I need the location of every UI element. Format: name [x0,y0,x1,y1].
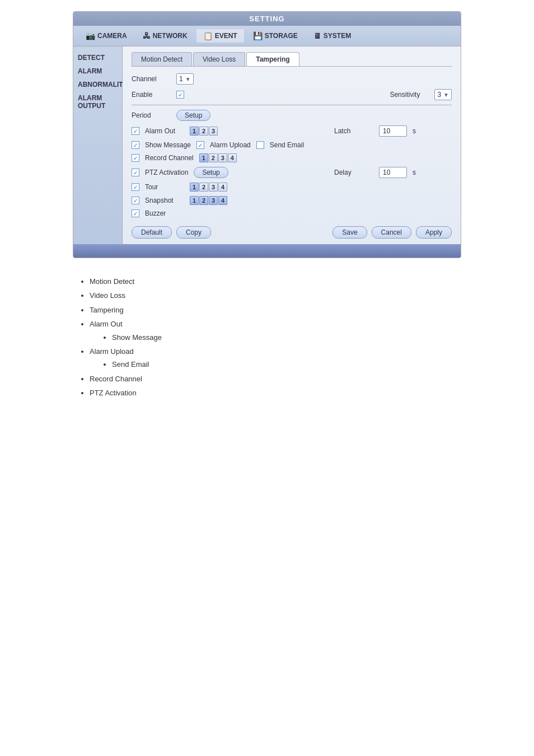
sidenav-abnormality[interactable]: ABNORMALITY [73,78,122,91]
nav-event[interactable]: 📋 EVENT [196,29,244,43]
bullet-alarm-upload: Alarm Upload Send Email [90,345,461,371]
nav-system-label: SYSTEM [324,32,351,40]
alarm-out-checkbox[interactable] [132,127,139,135]
tour-ch-3[interactable]: 3 [209,183,218,192]
apply-button[interactable]: Apply [416,226,452,239]
nav-network[interactable]: 🖧 NETWORK [136,29,194,43]
buzzer-row: Buzzer [132,209,452,217]
sensitivity-select[interactable]: 3 ▼ [434,89,452,100]
alarm-out-row: Alarm Out 1 2 3 Latch 10 s [132,125,452,137]
sidenav-alarm[interactable]: ALARM [73,64,122,78]
ptz-checkbox[interactable] [132,169,139,176]
delay-value: 10 [383,169,390,176]
bullet-record-channel: Record Channel [90,372,461,385]
sidenav-alarm-output[interactable]: ALARM OUTPUT [73,91,122,113]
send-email-checkbox[interactable] [256,141,264,149]
sidenav-alarm-output-label: ALARM OUTPUT [78,94,105,110]
sub-tabs: Motion Detect Video Loss Tampering [132,52,452,67]
camera-icon: 📷 [86,31,95,40]
main-content: Motion Detect Video Loss Tampering Chann… [123,46,461,244]
tab-tampering[interactable]: Tampering [246,52,299,66]
default-button[interactable]: Default [132,226,172,239]
tour-checkbox[interactable] [132,183,139,191]
channel-dropdown-arrow: ▼ [185,76,191,82]
enable-label: Enable [132,91,171,99]
tab-video-loss[interactable]: Video Loss [193,52,245,66]
rec-ch-3[interactable]: 3 [218,153,227,162]
ptz-label: PTZ Activation [145,169,188,176]
enable-sensitivity-row: Enable Sensitivity 3 ▼ [132,89,452,100]
ptz-setup-btn[interactable]: Setup [194,167,228,178]
enable-checkbox[interactable] [176,91,184,99]
alarm-ch-3[interactable]: 3 [209,127,218,136]
latch-unit: s [413,127,452,135]
system-icon: 🖥 [313,31,321,40]
content-area: DETECT ALARM ABNORMALITY ALARM OUTPUT Mo… [73,46,461,244]
rec-ch-2[interactable]: 2 [209,153,218,162]
record-channels: 1 2 3 4 [199,153,237,162]
sidenav-alarm-label: ALARM [78,67,102,75]
settings-title-bar: SETTING [73,12,461,26]
sensitivity-value: 3 [437,91,441,99]
sidenav-detect-label: DETECT [78,54,105,62]
snap-ch-3[interactable]: 3 [209,196,218,205]
delay-input[interactable]: 10 [379,167,407,178]
sidenav-detect[interactable]: DETECT [73,51,122,64]
nav-network-label: NETWORK [153,32,188,40]
copy-button[interactable]: Copy [176,226,211,239]
alarm-upload-label: Alarm Upload [210,141,251,149]
bullet-alarm-out: Alarm Out Show Message [90,318,461,344]
record-channel-checkbox[interactable] [132,154,139,162]
alarm-upload-checkbox[interactable] [196,141,204,149]
snap-ch-4[interactable]: 4 [218,196,227,205]
snapshot-checkbox[interactable] [132,197,139,204]
divider-1 [132,105,452,105]
bullet-motion-detect: Motion Detect [90,275,461,288]
bullet-ptz-activation: PTZ Activation [90,386,461,399]
show-message-checkbox[interactable] [132,141,139,149]
bullet-tampering: Tampering [90,304,461,316]
latch-label: Latch [334,127,373,135]
channel-value: 1 [179,75,183,83]
bottom-bar: Default Copy Save Cancel Apply [132,226,452,239]
top-nav: 📷 CAMERA 🖧 NETWORK 📋 EVENT 💾 STORAGE 🖥 S… [73,26,461,46]
side-nav: DETECT ALARM ABNORMALITY ALARM OUTPUT [73,46,123,244]
cancel-button[interactable]: Cancel [372,226,411,239]
show-message-label: Show Message [145,141,191,149]
tour-ch-2[interactable]: 2 [199,183,208,192]
snap-ch-2[interactable]: 2 [199,196,208,205]
bullet-video-loss: Video Loss [90,289,461,302]
snapshot-channels: 1 2 3 4 [190,196,227,205]
channel-select[interactable]: 1 ▼ [176,73,194,85]
ptz-row: PTZ Activation Setup Delay 10 s [132,167,452,178]
nav-storage[interactable]: 💾 STORAGE [246,29,305,43]
latch-input[interactable]: 10 [379,125,407,137]
alarm-ch-2[interactable]: 2 [199,127,208,136]
nav-storage-label: STORAGE [265,32,298,40]
snap-ch-1[interactable]: 1 [190,196,199,205]
footer-bar [73,244,461,258]
alarm-ch-1[interactable]: 1 [190,127,199,136]
record-channel-row: Record Channel 1 2 3 4 [132,153,452,162]
tab-motion-detect[interactable]: Motion Detect [132,52,192,66]
buzzer-checkbox[interactable] [132,209,139,217]
send-email-label: Send Email [270,141,309,149]
channel-label: Channel [132,75,171,83]
rec-ch-4[interactable]: 4 [228,153,237,162]
save-button[interactable]: Save [332,226,367,239]
settings-title: SETTING [249,15,284,23]
event-icon: 📋 [203,31,213,40]
buzzer-label: Buzzer [145,209,184,217]
settings-panel: SETTING 📷 CAMERA 🖧 NETWORK 📋 EVENT 💾 STO… [73,11,461,258]
period-setup-btn[interactable]: Setup [176,110,210,121]
rec-ch-1[interactable]: 1 [199,153,208,162]
nav-camera[interactable]: 📷 CAMERA [79,29,134,43]
record-channel-label: Record Channel [145,154,194,162]
tour-ch-4[interactable]: 4 [218,183,227,192]
tour-label: Tour [145,183,184,191]
tour-ch-1[interactable]: 1 [190,183,199,192]
delay-unit: s [413,169,452,176]
nav-system[interactable]: 🖥 SYSTEM [307,29,358,43]
tour-channels: 1 2 3 4 [190,183,227,192]
period-row: Period Setup [132,110,452,121]
